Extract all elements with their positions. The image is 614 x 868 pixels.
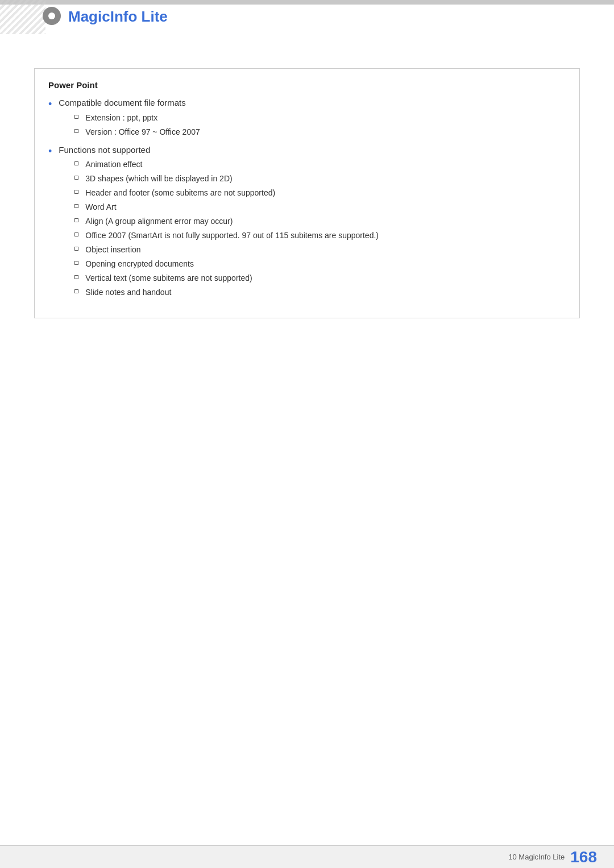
- sub-list-item: Slide notes and handout: [59, 286, 379, 298]
- list-item: • Functions not supported Animation effe…: [48, 144, 566, 301]
- sub-list-item: Opening encrypted documents: [59, 258, 379, 270]
- sub-list-item: 3D shapes (which will be displayed in 2D…: [59, 173, 379, 185]
- sub-text: Slide notes and handout: [85, 286, 171, 298]
- sub-list-item: Vertical text (some subitems are not sup…: [59, 272, 379, 284]
- sub-list-2: Animation effect 3D shapes (which will b…: [59, 159, 379, 298]
- sub-dot-icon: [74, 190, 78, 194]
- sub-text: Animation effect: [85, 159, 142, 171]
- diagonal-decoration: [0, 0, 45, 34]
- list-item-content: Compatible document file formats Extensi…: [59, 97, 200, 140]
- bullet-text: Functions not supported: [59, 145, 150, 155]
- sub-dot-icon: [74, 176, 78, 180]
- sub-text: Opening encrypted documents: [85, 258, 194, 270]
- list-item-content: Functions not supported Animation effect…: [59, 144, 379, 301]
- sub-text: 3D shapes (which will be displayed in 2D…: [85, 173, 232, 185]
- bottom-bar: 10 MagicInfo Lite 168: [0, 845, 614, 868]
- bullet-dot: •: [48, 144, 52, 159]
- box-title: Power Point: [48, 80, 566, 90]
- sub-dot-icon: [74, 204, 78, 208]
- main-list: • Compatible document file formats Exten…: [48, 97, 566, 301]
- bullet-text: Compatible document file formats: [59, 98, 185, 107]
- sub-text: Extension : ppt, pptx: [85, 112, 157, 124]
- page-number: 168: [570, 848, 597, 866]
- sub-list-item: Object insertion: [59, 244, 379, 256]
- sub-text: Align (A group alignment error may occur…: [85, 215, 233, 227]
- footer-label: 10 MagicInfo Lite: [508, 853, 565, 861]
- sub-dot-icon: [74, 161, 78, 165]
- sub-list-item: Office 2007 (SmartArt is not fully suppo…: [59, 230, 379, 242]
- sub-text: Header and footer (some subitems are not…: [85, 187, 275, 199]
- sub-list-item: Align (A group alignment error may occur…: [59, 215, 379, 227]
- sub-text: Office 2007 (SmartArt is not fully suppo…: [85, 230, 379, 242]
- page-title: MagicInfo Lite: [68, 8, 168, 26]
- sub-dot-icon: [74, 247, 78, 251]
- bullet-dot: •: [48, 97, 52, 111]
- chapter-icon: [43, 7, 61, 25]
- list-item: • Compatible document file formats Exten…: [48, 97, 566, 140]
- sub-list-1: Extension : ppt, pptx Version : Office 9…: [59, 112, 200, 138]
- sub-text: Version : Office 97 ~ Office 2007: [85, 126, 200, 138]
- top-stripe: [0, 0, 614, 5]
- sub-list-item: Animation effect: [59, 159, 379, 171]
- info-box: Power Point • Compatible document file f…: [34, 68, 580, 318]
- content-area: Power Point • Compatible document file f…: [34, 68, 580, 318]
- sub-list-item: Version : Office 97 ~ Office 2007: [59, 126, 200, 138]
- sub-list-item: Header and footer (some subitems are not…: [59, 187, 379, 199]
- sub-dot-icon: [74, 218, 78, 222]
- sub-dot-icon: [74, 129, 78, 133]
- sub-dot-icon: [74, 232, 78, 236]
- sub-dot-icon: [74, 115, 78, 119]
- sub-dot-icon: [74, 261, 78, 265]
- sub-text: Vertical text (some subitems are not sup…: [85, 272, 252, 284]
- sub-dot-icon: [74, 289, 78, 293]
- sub-list-item: Extension : ppt, pptx: [59, 112, 200, 124]
- sub-text: Object insertion: [85, 244, 140, 256]
- sub-list-item: Word Art: [59, 201, 379, 213]
- sub-text: Word Art: [85, 201, 116, 213]
- sub-dot-icon: [74, 275, 78, 279]
